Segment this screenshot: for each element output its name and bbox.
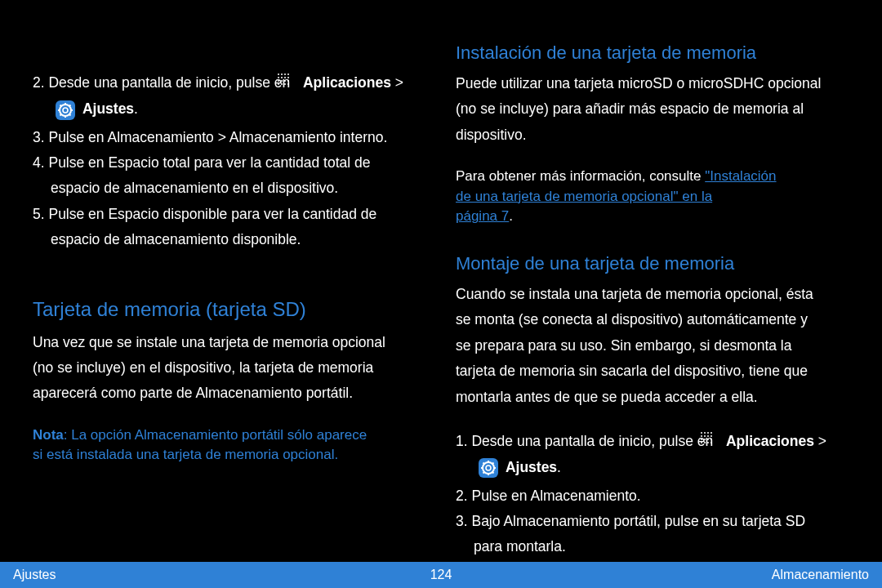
svg-point-3 (287, 74, 289, 75)
svg-line-24 (60, 114, 62, 115)
step-4-left: 4. Pulse en Espacio total para ver la ca… (33, 153, 416, 199)
svg-point-12 (278, 83, 279, 85)
step-1-right: 1. Desde una pantalla de inicio, pulse e… (456, 429, 849, 481)
svg-point-40 (707, 442, 709, 443)
svg-point-2 (284, 74, 286, 75)
svg-point-28 (707, 432, 709, 434)
settings-icon (56, 100, 75, 120)
svg-point-13 (281, 83, 283, 85)
svg-line-48 (483, 463, 485, 465)
sd-desc: Una vez que se instale una tarjeta de me… (33, 332, 416, 353)
apps-label: Aplicaciones (303, 74, 391, 91)
install-xref: Para obtener más información, consulte "… (456, 167, 849, 227)
svg-point-9 (281, 80, 283, 82)
svg-point-41 (710, 442, 712, 443)
svg-point-32 (707, 435, 709, 437)
svg-point-29 (710, 432, 712, 434)
mount-desc: Cuando se instala una tarjeta de memoria… (456, 284, 849, 305)
svg-point-8 (278, 80, 279, 82)
svg-point-43 (486, 466, 491, 470)
svg-point-36 (707, 439, 709, 440)
page-number: 124 (430, 568, 452, 582)
svg-point-4 (278, 77, 279, 78)
svg-line-51 (492, 463, 494, 465)
step-2-left: 2. Desde una pantalla de inicio, pulse e… (33, 70, 416, 122)
note-block: Nota: La opción Almacenamiento portátil … (33, 425, 416, 466)
svg-point-17 (63, 108, 68, 113)
svg-point-37 (710, 439, 712, 440)
settings-icon (479, 458, 498, 478)
heading-install: Instalación de una tarjeta de memoria (456, 42, 849, 64)
footer-right: Almacenamiento (772, 568, 869, 582)
heading-mount: Montaje de una tarjeta de memoria (456, 253, 849, 274)
settings-label: Ajustes (506, 459, 557, 475)
svg-line-25 (69, 105, 71, 106)
heading-sd-card: Tarjeta de memoria (tarjeta SD) (33, 298, 416, 321)
svg-point-11 (287, 80, 289, 82)
svg-point-35 (704, 439, 706, 440)
svg-point-6 (284, 77, 286, 78)
svg-point-0 (278, 74, 279, 75)
svg-point-7 (287, 77, 289, 78)
svg-point-31 (704, 435, 706, 437)
step-3-left: 3. Pulse en Almacenamiento > Almacenamie… (33, 127, 416, 148)
svg-line-49 (492, 472, 494, 474)
step-2-right: 2. Pulse en Almacenamiento. (456, 486, 849, 506)
settings-label: Ajustes (82, 100, 134, 117)
install-desc: Puede utilizar una tarjeta microSD o mic… (456, 74, 849, 94)
svg-line-23 (69, 114, 71, 115)
apps-label: Aplicaciones (726, 433, 814, 449)
svg-point-26 (701, 432, 702, 434)
svg-point-10 (284, 80, 286, 82)
step-3-right: 3. Bajo Almacenamiento portátil, pulse e… (456, 511, 849, 558)
svg-point-5 (281, 77, 283, 78)
svg-point-27 (704, 432, 706, 434)
svg-line-50 (483, 472, 485, 474)
svg-line-22 (60, 105, 62, 106)
svg-point-34 (701, 439, 702, 440)
footer-left: Ajustes (13, 568, 56, 582)
step-text: 2. Desde una pantalla de inicio, pulse e… (33, 74, 294, 91)
svg-point-39 (704, 442, 706, 443)
svg-point-30 (701, 435, 702, 437)
svg-point-1 (281, 74, 283, 75)
svg-point-14 (284, 83, 286, 85)
svg-point-15 (287, 83, 289, 85)
svg-point-33 (710, 435, 712, 437)
step-5-left: 5. Pulse en Espacio disponible para ver … (33, 204, 416, 251)
svg-point-38 (701, 442, 702, 443)
page-footer: Ajustes 124 Almacenamiento (0, 562, 882, 588)
